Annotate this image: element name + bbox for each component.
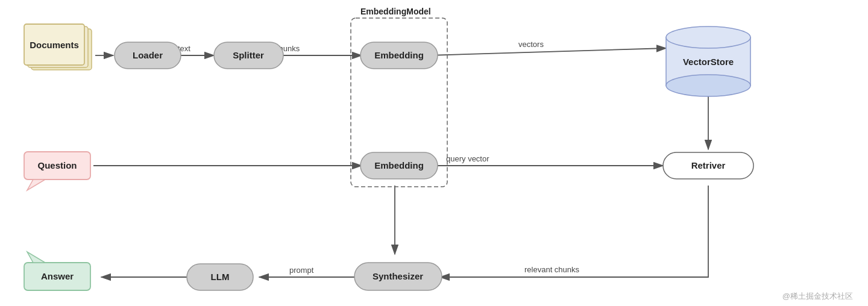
label-query-vector: query vector <box>446 154 489 163</box>
node-splitter: Splitter <box>214 42 283 69</box>
node-vectorstore: VectorStore <box>666 27 750 96</box>
embedding1-label: Embedding <box>374 50 424 60</box>
node-embedding2: Embedding <box>360 152 438 179</box>
label-vectors: vectors <box>518 40 544 49</box>
node-documents: Documents <box>24 24 92 70</box>
node-answer: Answer <box>24 252 90 290</box>
svg-marker-17 <box>27 252 45 263</box>
arrow-embedding1-vectorstore <box>428 48 666 55</box>
answer-label: Answer <box>41 271 74 281</box>
label-prompt: prompt <box>289 266 314 275</box>
svg-point-10 <box>666 27 750 48</box>
node-synthesizer: Synthesizer <box>354 263 442 290</box>
embedding2-label: Embedding <box>374 160 424 170</box>
diagram-container: text chunks vectors query vector relevan… <box>0 0 868 306</box>
splitter-label: Splitter <box>233 50 264 60</box>
vectorstore-label: VectorStore <box>683 57 734 67</box>
llm-label: LLM <box>211 272 230 282</box>
node-llm: LLM <box>187 264 253 290</box>
embedding-model-label: EmbeddingModel <box>360 7 431 16</box>
documents-label: Documents <box>30 40 79 50</box>
svg-marker-13 <box>27 180 45 190</box>
node-loader: Loader <box>115 42 181 69</box>
loader-label: Loader <box>133 50 163 60</box>
synthesizer-label: Synthesizer <box>373 271 423 281</box>
node-retriver: Retriver <box>663 152 753 179</box>
svg-point-11 <box>666 75 750 96</box>
watermark: @稀土掘金技术社区 <box>782 292 853 301</box>
diagram-svg: text chunks vectors query vector relevan… <box>0 0 868 306</box>
retriver-label: Retriver <box>691 160 726 170</box>
label-relevant-chunks: relevant chunks <box>524 265 580 274</box>
arrow-retriver-synthesizer <box>440 186 708 277</box>
question-label: Question <box>37 160 77 170</box>
node-question: Question <box>24 152 90 190</box>
node-embedding1: Embedding <box>360 42 438 69</box>
